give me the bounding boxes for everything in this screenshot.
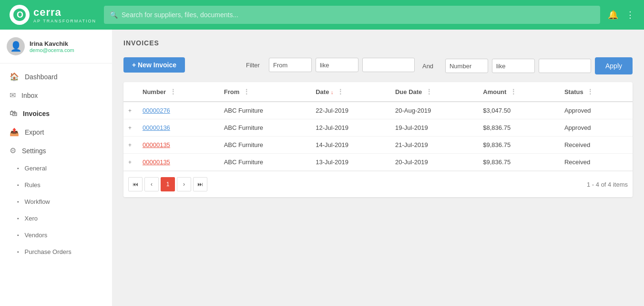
col-due-date: Due Date ⋮ xyxy=(390,82,478,102)
invoice-number-link[interactable]: 00000276 xyxy=(143,107,170,114)
user-area: 👤 Irina Kavchik demo@ocerra.com xyxy=(0,30,112,63)
col-status-menu[interactable]: ⋮ xyxy=(587,88,593,95)
sidebar-item-general[interactable]: ▪ General xyxy=(0,160,112,177)
sidebar-item-workflow[interactable]: ▪ Workflow xyxy=(0,193,112,210)
filter-area: Filter And Apply xyxy=(246,55,633,74)
row-status: Approved xyxy=(560,119,633,137)
sidebar-item-label: Xero xyxy=(25,215,38,222)
col-number-menu[interactable]: ⋮ xyxy=(170,88,176,95)
filter-number-field[interactable] xyxy=(445,59,488,73)
col-date: Date ↓ ⋮ xyxy=(311,82,390,102)
sidebar-item-export[interactable]: 📤 Export xyxy=(0,123,112,141)
row-number[interactable]: 00000135 xyxy=(138,154,219,171)
search-bar[interactable]: 🔍 xyxy=(104,6,600,24)
page-next-button[interactable]: › xyxy=(177,177,191,191)
user-name: Irina Kavchik xyxy=(30,40,74,47)
sidebar-item-invoices[interactable]: 🛍 Invoices xyxy=(0,105,112,123)
avatar: 👤 xyxy=(7,37,25,55)
row-due-date: 19-Jul-2019 xyxy=(390,119,478,137)
submenu-icon: ▪ xyxy=(17,232,19,238)
submenu-icon: ▪ xyxy=(17,199,19,204)
notifications-icon[interactable]: 🔔 xyxy=(608,10,618,20)
col-from: From ⋮ xyxy=(219,82,311,102)
row-from: ABC Furniture xyxy=(219,119,311,137)
invoice-number-link[interactable]: 00000135 xyxy=(143,141,170,148)
col-status: Status ⋮ xyxy=(560,82,633,102)
row-status: Received xyxy=(560,154,633,171)
toolbar: + New Invoice Filter And Apply xyxy=(123,55,633,74)
row-expand[interactable]: + xyxy=(123,102,138,119)
col-date-menu[interactable]: ⋮ xyxy=(337,88,344,95)
svg-text:O: O xyxy=(17,10,23,20)
row-amount: $9,836.75 xyxy=(478,154,560,171)
row-from: ABC Furniture xyxy=(219,102,311,119)
sidebar-item-label: Rules xyxy=(25,181,41,189)
row-from: ABC Furniture xyxy=(219,154,311,171)
export-icon: 📤 xyxy=(10,127,19,137)
sidebar-item-inbox[interactable]: ✉ Inbox xyxy=(0,86,112,105)
nav-icons: 🔔 ⋮ xyxy=(608,10,634,20)
row-expand[interactable]: + xyxy=(123,154,138,171)
filter-number-value[interactable] xyxy=(539,59,591,73)
row-status: Approved xyxy=(560,102,633,119)
row-due-date: 21-Jul-2019 xyxy=(390,137,478,154)
table-row: + 00000276 ABC Furniture 22-Jul-2019 20-… xyxy=(123,102,633,119)
row-due-date: 20-Aug-2019 xyxy=(390,102,478,119)
page-1-button[interactable]: 1 xyxy=(161,177,175,191)
new-invoice-button[interactable]: + New Invoice xyxy=(123,57,185,73)
content-area: INVOICES + New Invoice Filter And Apply xyxy=(112,30,644,306)
submenu-icon: ▪ xyxy=(17,216,19,221)
filter-and-label: And xyxy=(422,63,441,70)
page-info: 1 - 4 of 4 items xyxy=(587,181,628,188)
page-title: INVOICES xyxy=(123,39,633,47)
sidebar-item-rules[interactable]: ▪ Rules xyxy=(0,177,112,193)
sidebar-item-label: General xyxy=(25,165,47,172)
submenu-icon: ▪ xyxy=(17,249,19,254)
row-from: ABC Furniture xyxy=(219,137,311,154)
row-due-date: 20-Jul-2019 xyxy=(390,154,478,171)
page-controls: ⏮ ‹ 1 › ⏭ xyxy=(128,177,207,191)
sidebar-item-label: Invoices xyxy=(23,110,50,117)
row-expand[interactable]: + xyxy=(123,137,138,154)
page-prev-button[interactable]: ‹ xyxy=(144,177,159,191)
page-last-button[interactable]: ⏭ xyxy=(193,177,207,191)
sidebar-item-label: Inbox xyxy=(21,92,38,99)
sidebar-item-vendors[interactable]: ▪ Vendors xyxy=(0,227,112,243)
dashboard-icon: 🏠 xyxy=(10,72,19,81)
topnav: O cerra AP TRANSFORMATION 🔍 🔔 ⋮ xyxy=(0,0,644,30)
apply-button[interactable]: Apply xyxy=(595,57,633,74)
filter-from-field[interactable] xyxy=(269,58,312,72)
row-expand[interactable]: + xyxy=(123,119,138,137)
pagination: ⏮ ‹ 1 › ⏭ 1 - 4 of 4 items xyxy=(123,171,633,197)
sidebar-item-label: Export xyxy=(25,128,44,136)
invoices-table: Number ⋮ From ⋮ Date ↓ ⋮ xyxy=(123,82,633,197)
row-status: Received xyxy=(560,137,633,154)
invoice-number-link[interactable]: 00000135 xyxy=(143,158,170,166)
row-date: 13-Jul-2019 xyxy=(311,154,390,171)
sidebar-item-label: Vendors xyxy=(25,232,48,239)
search-icon: 🔍 xyxy=(110,11,118,19)
row-amount: $9,836.75 xyxy=(478,137,560,154)
table-row: + 00000135 ABC Furniture 14-Jul-2019 21-… xyxy=(123,137,633,154)
search-input[interactable] xyxy=(122,11,594,19)
col-amount-menu[interactable]: ⋮ xyxy=(510,88,517,95)
sidebar-item-settings[interactable]: ⚙ Settings xyxy=(0,141,112,160)
col-number: Number ⋮ xyxy=(138,82,219,102)
col-from-menu[interactable]: ⋮ xyxy=(243,88,250,95)
col-due-date-menu[interactable]: ⋮ xyxy=(426,88,432,95)
filter-from-value[interactable] xyxy=(362,58,415,72)
page-first-button[interactable]: ⏮ xyxy=(128,177,143,191)
sidebar-item-xero[interactable]: ▪ Xero xyxy=(0,210,112,227)
row-number[interactable]: 00000135 xyxy=(138,137,219,154)
more-options-icon[interactable]: ⋮ xyxy=(626,10,634,20)
table-row: + 00000135 ABC Furniture 13-Jul-2019 20-… xyxy=(123,154,633,171)
sort-icon: ↓ xyxy=(331,89,334,95)
row-number[interactable]: 00000276 xyxy=(138,102,219,119)
row-number[interactable]: 00000136 xyxy=(138,119,219,137)
sidebar-item-dashboard[interactable]: 🏠 Dashboard xyxy=(0,67,112,86)
sidebar-item-purchase-orders[interactable]: ▪ Purchase Orders xyxy=(0,243,112,260)
filter-from-operator[interactable] xyxy=(316,58,358,72)
invoice-number-link[interactable]: 00000136 xyxy=(143,124,170,131)
filter-number-operator[interactable] xyxy=(492,59,535,73)
logo-icon: O xyxy=(10,5,30,25)
